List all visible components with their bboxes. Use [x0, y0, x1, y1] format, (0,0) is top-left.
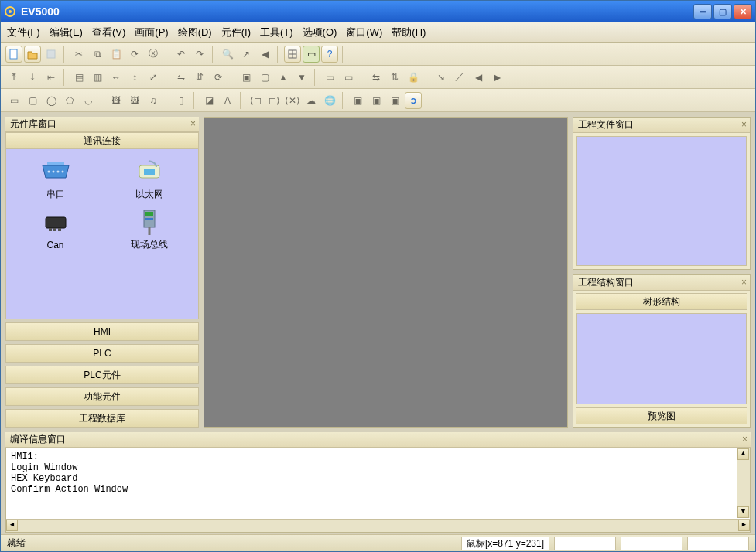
lib-item-fieldbus[interactable]: 现场总线 — [104, 209, 193, 250]
cut-icon[interactable]: ✂ — [70, 46, 87, 63]
spaceh-icon[interactable]: ⇆ — [368, 69, 385, 86]
cloud-icon[interactable]: ☁ — [303, 92, 320, 109]
tag-icon[interactable]: ◪ — [200, 92, 217, 109]
menu-view[interactable]: 查看(V) — [92, 26, 125, 39]
close-left-panel-icon[interactable]: × — [190, 118, 196, 129]
layer2-icon[interactable]: ▭ — [340, 69, 357, 86]
maximize-button[interactable]: ▢ — [713, 4, 732, 19]
prev-page-icon[interactable]: ⟨◻ — [247, 92, 264, 109]
menu-edit[interactable]: 编辑(E) — [50, 26, 83, 39]
scroll-down-icon[interactable]: ▼ — [737, 506, 749, 518]
win2-icon[interactable]: ▣ — [368, 92, 385, 109]
picture-icon[interactable]: 🖼 — [126, 92, 143, 109]
image-icon[interactable]: 🖼 — [108, 92, 125, 109]
menu-element[interactable]: 元件(I) — [221, 26, 251, 39]
title-bar[interactable]: EV5000 ━ ▢ ✕ — [1, 1, 755, 22]
close-button[interactable]: ✕ — [734, 4, 752, 19]
front-icon[interactable]: ▲ — [275, 69, 292, 86]
menu-draw[interactable]: 绘图(D) — [178, 26, 212, 39]
project-files-body[interactable] — [576, 136, 747, 266]
scroll-left-icon[interactable]: ◀ — [6, 520, 18, 531]
layer1-icon[interactable]: ▭ — [321, 69, 338, 86]
vertical-scrollbar[interactable]: ▲ ▼ — [737, 448, 750, 518]
hflip-icon[interactable]: ⇋ — [173, 69, 190, 86]
shape-rect-icon[interactable]: ▭ — [5, 92, 22, 109]
win1-icon[interactable]: ▣ — [349, 92, 366, 109]
play-left-icon[interactable]: ◀ — [470, 69, 487, 86]
shape-ellipse-icon[interactable]: ◯ — [43, 92, 60, 109]
tab-plc-elem[interactable]: PLC元件 — [5, 366, 199, 384]
menu-options[interactable]: 选项(O) — [303, 26, 337, 39]
grid-icon[interactable] — [284, 46, 301, 63]
tab-preview[interactable]: 预览图 — [576, 407, 747, 424]
arrow-icon[interactable]: ↘ — [433, 69, 450, 86]
align-right-icon[interactable]: ⤓ — [24, 69, 41, 86]
ungroup-icon[interactable]: ▢ — [256, 69, 273, 86]
page-icon[interactable]: ▯ — [173, 92, 190, 109]
new-icon[interactable] — [5, 46, 22, 63]
lib-item-can[interactable]: Can — [11, 209, 100, 250]
close-project-files-icon[interactable]: × — [741, 119, 747, 130]
select-icon[interactable]: ▭ — [303, 46, 320, 63]
align-top-icon[interactable]: ⇤ — [43, 69, 60, 86]
text-icon[interactable]: A — [219, 92, 236, 109]
scroll-up-icon[interactable]: ▲ — [737, 448, 749, 460]
menu-file[interactable]: 文件(F) — [7, 26, 40, 39]
distribute-h-icon[interactable]: ▤ — [70, 69, 87, 86]
minimize-button[interactable]: ━ — [693, 4, 712, 19]
play-right-icon[interactable]: ▶ — [488, 69, 505, 86]
globe-icon[interactable]: 🌐 — [321, 92, 338, 109]
copy-icon[interactable]: ⧉ — [89, 46, 106, 63]
scroll-right-icon[interactable]: ▶ — [738, 520, 750, 531]
delete-icon[interactable]: ⓧ — [145, 46, 162, 63]
canvas-area[interactable] — [204, 117, 568, 428]
find-icon[interactable]: 🔍 — [219, 46, 236, 63]
tab-tree-structure[interactable]: 树形结构 — [576, 293, 747, 310]
lib-item-serial[interactable]: 串口 — [11, 157, 100, 201]
close-project-structure-icon[interactable]: × — [741, 277, 747, 288]
close-page-icon[interactable]: ⟨✕⟩ — [284, 92, 301, 109]
goto-icon[interactable]: ↗ — [238, 46, 255, 63]
paste-icon[interactable]: 📋 — [108, 46, 125, 63]
menu-screen[interactable]: 画面(P) — [135, 26, 168, 39]
help-icon[interactable]: ? — [321, 46, 338, 63]
tab-communication[interactable]: 通讯连接 — [5, 132, 199, 149]
back-layer-icon[interactable]: ▼ — [293, 69, 310, 86]
open-icon[interactable] — [24, 46, 41, 63]
save-icon[interactable] — [43, 46, 60, 63]
vflip-icon[interactable]: ⇵ — [191, 69, 208, 86]
project-structure-body[interactable] — [576, 313, 747, 404]
shape-arc-icon[interactable]: ◡ — [80, 92, 97, 109]
spacev-icon[interactable]: ⇅ — [386, 69, 403, 86]
sound-icon[interactable]: ♫ — [145, 92, 162, 109]
same-size-icon[interactable]: ⤢ — [145, 69, 162, 86]
line-icon[interactable]: ／ — [451, 69, 468, 86]
back-icon[interactable]: ◀ — [256, 46, 273, 63]
menu-tools[interactable]: 工具(T) — [260, 26, 293, 39]
shape-roundr-icon[interactable]: ▢ — [24, 92, 41, 109]
distribute-v-icon[interactable]: ▥ — [89, 69, 106, 86]
tab-proj-db[interactable]: 工程数据库 — [5, 409, 199, 428]
undo-icon[interactable]: ↶ — [173, 46, 190, 63]
tab-plc[interactable]: PLC — [5, 344, 199, 363]
same-height-icon[interactable]: ↕ — [126, 69, 143, 86]
shape-polygon-icon[interactable]: ⬠ — [61, 92, 78, 109]
lib-item-ethernet[interactable]: 以太网 — [104, 157, 193, 201]
align-left-icon[interactable]: ⤒ — [5, 69, 22, 86]
win3-icon[interactable]: ▣ — [386, 92, 403, 109]
next-page-icon[interactable]: ◻⟩ — [265, 92, 282, 109]
tab-hmi[interactable]: HMI — [5, 322, 199, 341]
exit-icon[interactable]: ➲ — [405, 92, 422, 109]
close-compile-info-icon[interactable]: × — [742, 434, 747, 445]
redo-icon[interactable]: ↷ — [191, 46, 208, 63]
menu-window[interactable]: 窗口(W) — [346, 26, 382, 39]
compile-output[interactable]: HMI1: Login Window HEX Keyboard Confirm … — [5, 448, 751, 533]
menu-help[interactable]: 帮助(H) — [392, 26, 426, 39]
same-width-icon[interactable]: ↔ — [108, 69, 125, 86]
tab-func-elem[interactable]: 功能元件 — [5, 387, 199, 406]
rotate-icon[interactable]: ⟳ — [210, 69, 227, 86]
lock-icon[interactable]: 🔒 — [405, 69, 422, 86]
group-icon[interactable]: ▣ — [238, 69, 255, 86]
horizontal-scrollbar[interactable]: ◀ ▶ — [6, 519, 750, 532]
refresh-icon[interactable]: ⟳ — [126, 46, 143, 63]
